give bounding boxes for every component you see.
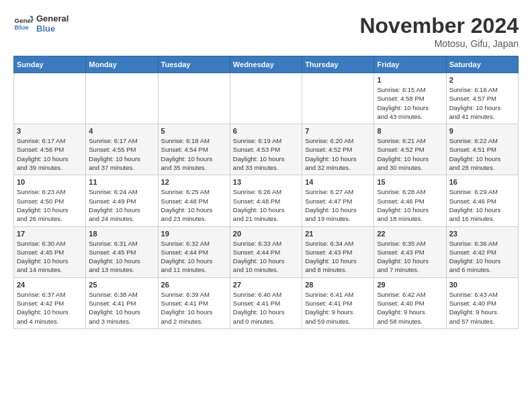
day-info: Sunrise: 6:35 AMSunset: 4:43 PMDaylight:…: [377, 239, 443, 275]
day-info: Sunrise: 6:22 AMSunset: 4:51 PMDaylight:…: [449, 136, 515, 172]
weekday-header-monday: Monday: [86, 56, 158, 73]
day-number: 26: [161, 281, 227, 289]
day-number: 11: [89, 178, 154, 186]
calendar-cell: 1Sunrise: 6:15 AMSunset: 4:58 PMDaylight…: [374, 73, 446, 124]
location: Motosu, Gifu, Japan: [359, 38, 519, 49]
day-number: 5: [161, 127, 227, 135]
calendar-cell: 21Sunrise: 6:34 AMSunset: 4:43 PMDayligh…: [302, 226, 374, 277]
calendar-cell: 23Sunrise: 6:36 AMSunset: 4:42 PMDayligh…: [446, 226, 518, 277]
logo-blue: Blue: [36, 24, 69, 34]
calendar-cell: [302, 73, 374, 124]
day-number: 15: [377, 178, 443, 186]
calendar-cell: 6Sunrise: 6:19 AMSunset: 4:53 PMDaylight…: [230, 124, 302, 175]
day-info: Sunrise: 6:28 AMSunset: 4:46 PMDaylight:…: [377, 187, 443, 223]
day-number: 14: [305, 178, 371, 186]
day-number: 4: [89, 127, 154, 135]
day-number: 20: [233, 230, 299, 238]
weekday-header-thursday: Thursday: [302, 56, 374, 73]
calendar-cell: 15Sunrise: 6:28 AMSunset: 4:46 PMDayligh…: [374, 175, 446, 226]
day-info: Sunrise: 6:30 AMSunset: 4:45 PMDaylight:…: [17, 239, 83, 275]
day-info: Sunrise: 6:23 AMSunset: 4:50 PMDaylight:…: [17, 187, 83, 223]
day-info: Sunrise: 6:34 AMSunset: 4:43 PMDaylight:…: [305, 239, 371, 275]
calendar-cell: 19Sunrise: 6:32 AMSunset: 4:44 PMDayligh…: [158, 226, 230, 277]
calendar-week-1: 1Sunrise: 6:15 AMSunset: 4:58 PMDaylight…: [14, 73, 519, 124]
day-number: 6: [233, 127, 299, 135]
calendar-cell: 4Sunrise: 6:17 AMSunset: 4:55 PMDaylight…: [86, 124, 158, 175]
day-info: Sunrise: 6:33 AMSunset: 4:44 PMDaylight:…: [233, 239, 299, 275]
weekday-header-sunday: Sunday: [14, 56, 86, 73]
page-header: General Blue General Blue November 2024 …: [13, 13, 519, 49]
calendar-cell: 30Sunrise: 6:43 AMSunset: 4:40 PMDayligh…: [446, 277, 518, 328]
day-number: 1: [377, 76, 443, 84]
calendar-cell: [14, 73, 86, 124]
day-info: Sunrise: 6:29 AMSunset: 4:46 PMDaylight:…: [449, 187, 515, 223]
weekday-header-saturday: Saturday: [446, 56, 518, 73]
day-number: 27: [233, 281, 299, 289]
day-info: Sunrise: 6:17 AMSunset: 4:55 PMDaylight:…: [89, 136, 154, 172]
calendar-cell: 25Sunrise: 6:38 AMSunset: 4:41 PMDayligh…: [86, 277, 158, 328]
day-info: Sunrise: 6:40 AMSunset: 4:41 PMDaylight:…: [233, 290, 299, 326]
calendar-cell: 16Sunrise: 6:29 AMSunset: 4:46 PMDayligh…: [446, 175, 518, 226]
calendar-cell: 22Sunrise: 6:35 AMSunset: 4:43 PMDayligh…: [374, 226, 446, 277]
day-number: 10: [17, 178, 83, 186]
day-number: 8: [377, 127, 443, 135]
day-info: Sunrise: 6:43 AMSunset: 4:40 PMDaylight:…: [449, 290, 515, 326]
weekday-header-tuesday: Tuesday: [158, 56, 230, 73]
day-number: 9: [449, 127, 515, 135]
svg-text:Blue: Blue: [15, 24, 30, 31]
day-info: Sunrise: 6:24 AMSunset: 4:49 PMDaylight:…: [89, 187, 154, 223]
calendar-cell: [158, 73, 230, 124]
day-number: 30: [449, 281, 515, 289]
day-info: Sunrise: 6:15 AMSunset: 4:58 PMDaylight:…: [377, 85, 443, 121]
calendar-table: SundayMondayTuesdayWednesdayThursdayFrid…: [13, 56, 519, 329]
calendar-week-4: 17Sunrise: 6:30 AMSunset: 4:45 PMDayligh…: [14, 226, 519, 277]
calendar-cell: 5Sunrise: 6:18 AMSunset: 4:54 PMDaylight…: [158, 124, 230, 175]
calendar-cell: 12Sunrise: 6:25 AMSunset: 4:48 PMDayligh…: [158, 175, 230, 226]
day-info: Sunrise: 6:32 AMSunset: 4:44 PMDaylight:…: [161, 239, 227, 275]
day-info: Sunrise: 6:31 AMSunset: 4:45 PMDaylight:…: [89, 239, 154, 275]
day-info: Sunrise: 6:42 AMSunset: 4:40 PMDaylight:…: [377, 290, 443, 326]
month-title: November 2024: [359, 13, 519, 38]
calendar-cell: [230, 73, 302, 124]
day-info: Sunrise: 6:36 AMSunset: 4:42 PMDaylight:…: [449, 239, 515, 275]
day-info: Sunrise: 6:17 AMSunset: 4:56 PMDaylight:…: [17, 136, 83, 172]
calendar-cell: 3Sunrise: 6:17 AMSunset: 4:56 PMDaylight…: [14, 124, 86, 175]
weekday-header-row: SundayMondayTuesdayWednesdayThursdayFrid…: [14, 56, 519, 73]
calendar-cell: 9Sunrise: 6:22 AMSunset: 4:51 PMDaylight…: [446, 124, 518, 175]
day-info: Sunrise: 6:25 AMSunset: 4:48 PMDaylight:…: [161, 187, 227, 223]
logo-icon: General Blue: [13, 13, 34, 34]
day-number: 19: [161, 230, 227, 238]
day-number: 3: [17, 127, 83, 135]
day-info: Sunrise: 6:26 AMSunset: 4:48 PMDaylight:…: [233, 187, 299, 223]
calendar-cell: 26Sunrise: 6:39 AMSunset: 4:41 PMDayligh…: [158, 277, 230, 328]
day-info: Sunrise: 6:38 AMSunset: 4:41 PMDaylight:…: [89, 290, 154, 326]
day-info: Sunrise: 6:20 AMSunset: 4:52 PMDaylight:…: [305, 136, 371, 172]
day-info: Sunrise: 6:21 AMSunset: 4:52 PMDaylight:…: [377, 136, 443, 172]
calendar-cell: 24Sunrise: 6:37 AMSunset: 4:42 PMDayligh…: [14, 277, 86, 328]
calendar-cell: 28Sunrise: 6:41 AMSunset: 4:41 PMDayligh…: [302, 277, 374, 328]
day-info: Sunrise: 6:16 AMSunset: 4:57 PMDaylight:…: [449, 85, 515, 121]
calendar-cell: 8Sunrise: 6:21 AMSunset: 4:52 PMDaylight…: [374, 124, 446, 175]
calendar-cell: 7Sunrise: 6:20 AMSunset: 4:52 PMDaylight…: [302, 124, 374, 175]
day-number: 2: [449, 76, 515, 84]
calendar-cell: 11Sunrise: 6:24 AMSunset: 4:49 PMDayligh…: [86, 175, 158, 226]
day-number: 24: [17, 281, 83, 289]
day-number: 13: [233, 178, 299, 186]
calendar-cell: 2Sunrise: 6:16 AMSunset: 4:57 PMDaylight…: [446, 73, 518, 124]
logo: General Blue General Blue: [13, 13, 69, 34]
calendar-cell: 17Sunrise: 6:30 AMSunset: 4:45 PMDayligh…: [14, 226, 86, 277]
day-number: 23: [449, 230, 515, 238]
calendar-cell: 29Sunrise: 6:42 AMSunset: 4:40 PMDayligh…: [374, 277, 446, 328]
calendar-week-5: 24Sunrise: 6:37 AMSunset: 4:42 PMDayligh…: [14, 277, 519, 328]
calendar-cell: 10Sunrise: 6:23 AMSunset: 4:50 PMDayligh…: [14, 175, 86, 226]
calendar-cell: 14Sunrise: 6:27 AMSunset: 4:47 PMDayligh…: [302, 175, 374, 226]
day-number: 17: [17, 230, 83, 238]
weekday-header-friday: Friday: [374, 56, 446, 73]
day-number: 28: [305, 281, 371, 289]
calendar-cell: 27Sunrise: 6:40 AMSunset: 4:41 PMDayligh…: [230, 277, 302, 328]
calendar-cell: 18Sunrise: 6:31 AMSunset: 4:45 PMDayligh…: [86, 226, 158, 277]
svg-text:General: General: [15, 17, 34, 24]
day-number: 18: [89, 230, 154, 238]
title-block: November 2024 Motosu, Gifu, Japan: [359, 13, 519, 49]
day-info: Sunrise: 6:39 AMSunset: 4:41 PMDaylight:…: [161, 290, 227, 326]
